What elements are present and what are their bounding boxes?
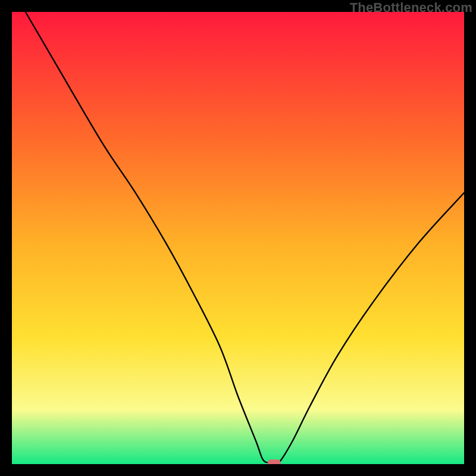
chart-frame: TheBottleneck.com bbox=[0, 0, 476, 476]
optimal-marker bbox=[268, 459, 281, 464]
bottleneck-chart bbox=[12, 12, 464, 464]
watermark-text: TheBottleneck.com bbox=[350, 0, 472, 15]
